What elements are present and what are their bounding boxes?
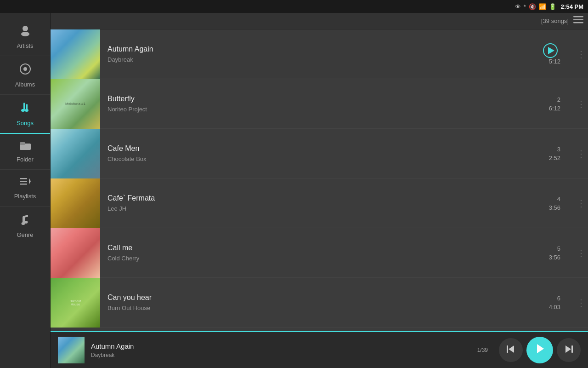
sidebar-item-songs[interactable]: Songs xyxy=(0,95,50,134)
song-duration-4: 3:56 xyxy=(549,204,560,211)
song-artist-4: Lee JH xyxy=(107,205,530,212)
song-info-2: Butterfly Noriteo Project xyxy=(100,95,537,113)
song-meta-2: 2 6:12 xyxy=(537,96,574,112)
album-art-3 xyxy=(51,129,100,178)
dots-icon-4 xyxy=(577,198,586,209)
svg-point-6 xyxy=(21,109,25,112)
status-time: 2:54 PM xyxy=(561,3,583,10)
song-meta-3: 3 2:52 xyxy=(537,146,574,161)
dots-icon-3 xyxy=(577,148,586,159)
eye-icon: 👁 xyxy=(515,3,521,10)
song-artist-3: Chocolate Box xyxy=(107,155,530,162)
song-options-1[interactable] xyxy=(574,49,588,60)
svg-marker-13 xyxy=(29,178,31,184)
prev-icon xyxy=(506,344,516,356)
sidebar-item-playlists-label: Playlists xyxy=(14,193,36,200)
dots-icon-2 xyxy=(577,98,586,109)
play-indicator-1 xyxy=(543,43,558,58)
player-bar: Autumn Again Daybreak 1/39 xyxy=(51,331,588,368)
table-row[interactable]: BurnoutHouse Can you hear Burn Out House… xyxy=(51,278,588,328)
player-progress: 1/39 xyxy=(477,347,488,353)
player-artist: Daybreak xyxy=(91,352,471,358)
song-duration-3: 2:52 xyxy=(549,155,560,161)
svg-rect-9 xyxy=(20,142,25,145)
song-meta-4: 4 3:56 xyxy=(537,196,574,211)
song-info-4: Cafe` Fermata Lee JH xyxy=(100,194,537,212)
song-artist-1: Daybreak xyxy=(107,56,530,63)
sidebar-item-folder-label: Folder xyxy=(17,156,34,163)
albums-icon xyxy=(19,63,32,78)
song-options-4[interactable] xyxy=(574,198,588,209)
song-options-3[interactable] xyxy=(574,148,588,159)
song-title-4: Cafe` Fermata xyxy=(107,194,530,202)
top-bar: [39 songs] xyxy=(51,13,588,29)
song-duration-5: 3:56 xyxy=(549,254,560,261)
art-text-1 xyxy=(74,52,77,56)
svg-point-1 xyxy=(21,32,29,36)
folder-icon xyxy=(19,140,32,153)
svg-rect-18 xyxy=(573,22,583,23)
table-row[interactable]: Cafe Men Chocolate Box 3 2:52 xyxy=(51,129,588,178)
svg-rect-12 xyxy=(20,184,27,185)
song-number-3: 3 xyxy=(557,146,560,153)
dots-icon-6 xyxy=(577,297,586,308)
menu-icon[interactable] xyxy=(573,16,583,26)
svg-rect-16 xyxy=(573,16,583,17)
next-button[interactable] xyxy=(557,338,581,362)
song-count: [39 songs] xyxy=(541,17,569,24)
play-icon xyxy=(534,343,546,357)
song-options-2[interactable] xyxy=(574,98,588,109)
svg-rect-10 xyxy=(20,178,27,179)
song-options-6[interactable] xyxy=(574,297,588,308)
table-row[interactable]: Cafe` Fermata Lee JH 4 3:56 xyxy=(51,178,588,228)
svg-point-7 xyxy=(25,109,28,112)
song-info-1: Autumn Again Daybreak xyxy=(100,45,537,63)
song-options-5[interactable] xyxy=(574,247,588,259)
song-duration-2: 6:12 xyxy=(549,105,560,112)
player-controls xyxy=(499,337,581,363)
sidebar-item-songs-label: Songs xyxy=(17,120,34,126)
sidebar-item-folder[interactable]: Folder xyxy=(0,134,50,170)
song-duration-6: 4:03 xyxy=(549,304,560,310)
table-row[interactable]: Melofona #1 Butterfly Noriteo Project 2 … xyxy=(51,79,588,129)
next-icon xyxy=(564,344,574,356)
album-art-6: BurnoutHouse xyxy=(51,278,100,328)
svg-marker-21 xyxy=(537,344,544,353)
song-artist-5: Cold Cherry xyxy=(107,255,530,262)
art-text-6: BurnoutHouse xyxy=(68,298,83,308)
player-title: Autumn Again xyxy=(91,342,471,350)
genre-icon xyxy=(19,213,32,229)
play-button[interactable] xyxy=(526,337,553,363)
song-title-2: Butterfly xyxy=(107,95,530,103)
svg-rect-17 xyxy=(573,19,583,21)
table-row[interactable]: Call me Cold Cherry 5 3:56 xyxy=(51,228,588,278)
svg-point-0 xyxy=(23,26,28,31)
song-duration-1: 5:12 xyxy=(549,58,560,65)
song-meta-5: 5 3:56 xyxy=(537,245,574,261)
song-number-5: 5 xyxy=(557,245,560,252)
svg-marker-20 xyxy=(509,345,514,353)
wifi-icon: 📶 xyxy=(539,3,546,10)
svg-rect-11 xyxy=(20,181,27,182)
battery-icon: 🔋 xyxy=(549,3,556,10)
song-meta-6: 6 4:03 xyxy=(537,295,574,310)
svg-rect-4 xyxy=(23,103,25,110)
song-meta-1: 5:12 xyxy=(537,43,574,65)
dots-icon-5 xyxy=(577,247,586,259)
artists-icon xyxy=(19,24,32,40)
dots-icon-1 xyxy=(577,49,586,60)
svg-rect-22 xyxy=(571,345,573,353)
sidebar-item-playlists[interactable]: Playlists xyxy=(0,170,50,207)
sidebar-item-artists-label: Artists xyxy=(17,42,33,49)
sidebar-item-artists[interactable]: Artists xyxy=(0,17,50,56)
song-title-3: Cafe Men xyxy=(107,144,530,153)
table-row[interactable]: Autumn Again Daybreak 5:12 xyxy=(51,29,588,79)
svg-point-3 xyxy=(23,67,27,71)
song-artist-6: Burn Out House xyxy=(107,305,530,311)
sidebar-item-genre-label: Genre xyxy=(17,231,33,238)
sidebar-item-albums[interactable]: Albums xyxy=(0,56,50,95)
sidebar-item-genre[interactable]: Genre xyxy=(0,207,50,245)
song-number-6: 6 xyxy=(557,295,560,302)
album-art-1 xyxy=(51,29,100,79)
prev-button[interactable] xyxy=(499,338,523,362)
